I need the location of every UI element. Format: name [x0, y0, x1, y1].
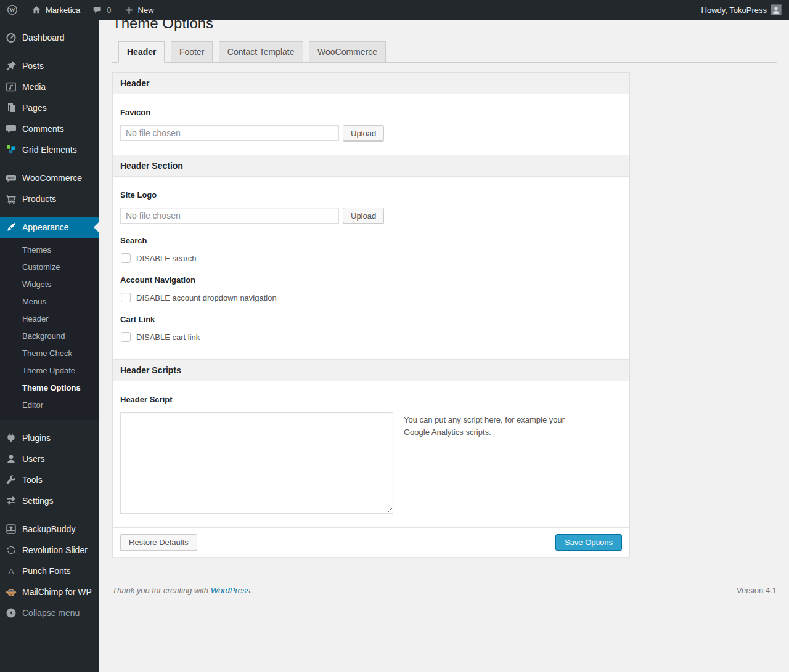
admin-bar: W Marketica 0 New Howdy, TokoPress	[0, 0, 789, 20]
svg-text:W: W	[9, 7, 15, 14]
comments-count-badge: 0	[107, 6, 111, 15]
favicon-upload-button[interactable]: Upload	[343, 125, 384, 141]
tab-footer[interactable]: Footer	[171, 41, 213, 63]
disable-cart-link-label: DISABLE cart link	[136, 333, 200, 342]
menu-separator	[0, 160, 99, 168]
sidebar-item-label: Plugins	[22, 432, 51, 444]
sidebar-item-mailchimp[interactable]: MailChimp for WP	[0, 581, 99, 602]
sidebar-item-appearance[interactable]: Appearance	[0, 217, 99, 238]
submenu-item-customize[interactable]: Customize	[0, 259, 99, 276]
new-label: New	[138, 6, 154, 15]
sidebar-item-label: Settings	[22, 495, 54, 507]
restore-defaults-button[interactable]: Restore Defaults	[120, 534, 197, 551]
sidebar-item-label: BackupBuddy	[22, 523, 75, 535]
avatar	[771, 4, 782, 15]
section-header-fields: Favicon Upload	[113, 94, 629, 155]
collapse-menu-button[interactable]: Collapse menu	[0, 602, 99, 623]
sidebar-item-label: Punch Fonts	[22, 565, 71, 577]
plugin-icon	[5, 432, 17, 444]
site-name-link[interactable]: Marketica	[25, 0, 86, 20]
sidebar-item-tools[interactable]: Tools	[0, 469, 99, 490]
sidebar-item-plugins[interactable]: Plugins	[0, 427, 99, 448]
submenu-item-widgets[interactable]: Widgets	[0, 276, 99, 293]
admin-sidebar: Dashboard Posts Media Pages Comments Gri…	[0, 20, 99, 672]
sidebar-item-punch-fonts[interactable]: A Punch Fonts	[0, 561, 99, 581]
sidebar-item-media[interactable]: Media	[0, 76, 99, 97]
sidebar-item-comments[interactable]: Comments	[0, 118, 99, 139]
sidebar-item-grid-elements[interactable]: Grid Elements	[0, 139, 99, 160]
sidebar-item-products[interactable]: Products	[0, 188, 99, 209]
site-name-label: Marketica	[46, 6, 80, 15]
disable-search-checkbox[interactable]	[121, 253, 131, 263]
wordpress-footer-link[interactable]: WordPress	[211, 586, 250, 595]
collapse-menu-label: Collapse menu	[22, 607, 80, 619]
sidebar-item-label: Grid Elements	[22, 144, 77, 156]
backup-box-icon	[5, 523, 17, 535]
comments-link[interactable]: 0	[86, 0, 117, 20]
menu-separator	[0, 420, 99, 427]
sidebar-item-dashboard[interactable]: Dashboard	[0, 27, 99, 48]
site-logo-file-input[interactable]	[120, 208, 339, 224]
appearance-submenu: Themes Customize Widgets Menus Header Ba…	[0, 238, 99, 420]
header-script-textarea[interactable]	[120, 412, 393, 514]
disable-account-nav-option[interactable]: DISABLE account dropdown navigation	[121, 293, 622, 302]
sidebar-item-pages[interactable]: Pages	[0, 97, 99, 118]
sidebar-item-settings[interactable]: Settings	[0, 490, 99, 511]
dashboard-icon	[5, 31, 17, 44]
disable-cart-link-option[interactable]: DISABLE cart link	[121, 332, 622, 342]
wordpress-logo-icon: W	[6, 4, 18, 16]
brush-icon	[5, 221, 17, 233]
pin-icon	[5, 60, 17, 72]
tab-header[interactable]: Header	[118, 41, 165, 63]
main-content: Theme Options Header Footer Contact Temp…	[99, 0, 789, 652]
sidebar-item-users[interactable]: Users	[0, 448, 99, 469]
sidebar-item-label: Users	[22, 453, 45, 465]
submenu-item-editor[interactable]: Editor	[0, 397, 99, 414]
wordpress-logo-button[interactable]: W	[0, 0, 25, 20]
submenu-item-theme-check[interactable]: Theme Check	[0, 345, 99, 362]
save-options-button[interactable]: Save Options	[555, 534, 622, 551]
svg-text:Woo: Woo	[8, 176, 15, 180]
submenu-item-theme-options[interactable]: Theme Options	[0, 379, 99, 397]
submenu-item-themes[interactable]: Themes	[0, 241, 99, 259]
submenu-item-background[interactable]: Background	[0, 328, 99, 345]
menu-separator	[0, 209, 99, 217]
comment-icon	[5, 123, 17, 135]
submenu-item-header[interactable]: Header	[0, 310, 99, 328]
account-navigation-label: Account Navigation	[120, 275, 622, 285]
footer-thanks-prefix: Thank you for creating with	[112, 586, 211, 595]
monkey-icon	[5, 586, 17, 598]
sidebar-item-label: MailChimp for WP	[22, 586, 92, 598]
disable-search-option[interactable]: DISABLE search	[121, 253, 622, 263]
site-logo-upload-button[interactable]: Upload	[343, 208, 384, 224]
pages-icon	[5, 102, 17, 114]
collapse-arrow-icon	[5, 607, 17, 619]
tab-contact-template[interactable]: Contact Template	[219, 41, 303, 63]
sidebar-item-woocommerce[interactable]: Woo WooCommerce	[0, 168, 99, 188]
admin-footer: Thank you for creating with WordPress. V…	[112, 586, 777, 595]
menu-separator	[0, 48, 99, 55]
panel-action-bar: Restore Defaults Save Options	[113, 527, 629, 557]
sidebar-item-label: Media	[22, 81, 46, 93]
disable-search-label: DISABLE search	[136, 254, 197, 263]
sidebar-item-backupbuddy[interactable]: BackupBuddy	[0, 519, 99, 540]
submenu-item-theme-update[interactable]: Theme Update	[0, 362, 99, 379]
svg-text:A: A	[9, 567, 14, 576]
sidebar-item-revolution-slider[interactable]: Revolution Slider	[0, 540, 99, 561]
comment-bubble-icon	[92, 5, 103, 15]
new-content-button[interactable]: New	[118, 0, 160, 20]
favicon-file-input[interactable]	[120, 125, 339, 141]
disable-account-nav-checkbox[interactable]	[121, 293, 131, 302]
tab-woocommerce[interactable]: WooCommerce	[309, 41, 386, 63]
home-icon	[31, 4, 42, 15]
section-header: Header	[113, 73, 629, 94]
sidebar-item-posts[interactable]: Posts	[0, 55, 99, 76]
footer-thanks-suffix: .	[250, 586, 253, 595]
disable-cart-link-checkbox[interactable]	[121, 332, 131, 342]
account-menu[interactable]: Howdy, TokoPress	[694, 0, 789, 20]
sidebar-item-label: Appearance	[22, 221, 69, 233]
header-scripts-fields: Header Script You can put any script her…	[113, 381, 629, 527]
sidebar-item-label: Pages	[22, 102, 47, 114]
submenu-item-menus[interactable]: Menus	[0, 293, 99, 310]
header-section-fields: Site Logo Upload Search DISABLE search A…	[113, 177, 629, 359]
